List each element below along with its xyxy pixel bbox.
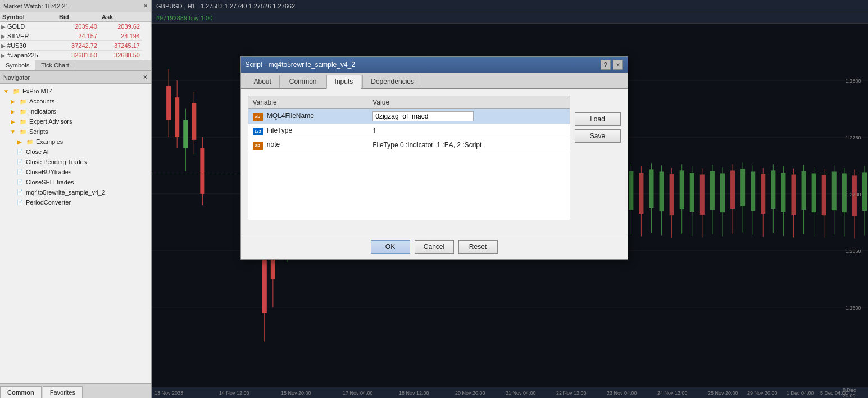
col-ask: Ask bbox=[99, 12, 142, 22]
script-dialog: Script - mq4to5rewrite_sample_v4_2 ? ✕ A… bbox=[240, 56, 628, 260]
folder-icon-img: 📁 bbox=[19, 128, 27, 135]
sidebar-item-period-converter[interactable]: 📄PeriodConverter bbox=[0, 197, 151, 207]
tab-common[interactable]: Common bbox=[0, 386, 42, 398]
svg-rect-66 bbox=[639, 173, 643, 214]
tab-common[interactable]: Common bbox=[281, 75, 325, 88]
type-icon-ab-2: ab bbox=[253, 142, 263, 150]
svg-rect-82 bbox=[720, 173, 725, 212]
col-variable: Variable bbox=[248, 96, 369, 109]
modal-layout: Variable Value ab MQL4FileName bbox=[248, 96, 621, 227]
sidebar-item-closesell-trades[interactable]: 📄CloseSELLtrades bbox=[0, 177, 151, 187]
folder-icon-img: 📁 bbox=[19, 117, 27, 125]
svg-rect-14 bbox=[200, 148, 204, 194]
left-panel: Market Watch: 18:42:21 ✕ Symbol Bid Ask … bbox=[0, 0, 152, 398]
modal-titlebar-buttons: ? ✕ bbox=[601, 60, 623, 70]
cancel-btn[interactable]: Cancel bbox=[415, 240, 454, 254]
nav-item-label: Examples bbox=[36, 138, 63, 145]
cell-bid: 24.157 bbox=[57, 31, 99, 41]
navigator-close-btn[interactable]: ✕ bbox=[143, 74, 148, 81]
svg-text:1.2750: 1.2750 bbox=[846, 135, 861, 141]
svg-rect-90 bbox=[761, 174, 765, 214]
modal-tabs: About Common Inputs Dependencies bbox=[241, 73, 628, 89]
timeline-label-10: 24 Nov 12:00 bbox=[657, 390, 688, 396]
chart-symbol-info: GBPUSD , H1 1.27583 1.27740 1.27526 1.27… bbox=[156, 3, 295, 10]
svg-rect-72 bbox=[670, 174, 674, 215]
ok-btn[interactable]: OK bbox=[371, 240, 410, 254]
tab-tick-chart[interactable]: Tick Chart bbox=[35, 60, 75, 70]
table-row[interactable]: ab MQL4FileName bbox=[248, 109, 570, 124]
folder-icon: ▼ bbox=[9, 128, 17, 135]
timeline-label-13: 1 Dec 04:00 bbox=[787, 390, 814, 396]
sidebar-item-scripts[interactable]: ▼ 📁Scripts bbox=[0, 126, 151, 137]
svg-rect-104 bbox=[832, 171, 837, 210]
folder-icon-img: 📁 bbox=[19, 97, 27, 105]
market-watch: Market Watch: 18:42:21 ✕ Symbol Bid Ask … bbox=[0, 0, 151, 71]
sidebar-item-indicators[interactable]: ▶ 📁Indicators bbox=[0, 106, 151, 116]
tab-favorites[interactable]: Favorites bbox=[43, 386, 83, 398]
script-icon: 📄 bbox=[16, 168, 24, 176]
timeline-label-7: 21 Nov 04:00 bbox=[506, 390, 536, 396]
tab-inputs[interactable]: Inputs bbox=[326, 75, 362, 89]
table-row[interactable]: ab note FileType 0 :Indicator, 1 :EA, 2 … bbox=[248, 138, 570, 152]
tab-symbols[interactable]: Symbols bbox=[0, 60, 35, 70]
tab-about[interactable]: About bbox=[246, 75, 280, 88]
params-table-empty-area bbox=[248, 152, 570, 220]
navigator: Navigator ✕ ▼ 📁FxPro MT4▶ 📁Accounts▶ 📁In… bbox=[0, 71, 151, 383]
table-row[interactable]: 123 FileType 1 bbox=[248, 124, 570, 138]
nav-item-label: Accounts bbox=[29, 98, 54, 105]
svg-rect-110 bbox=[862, 172, 867, 211]
market-watch-close-btn[interactable]: ✕ bbox=[143, 3, 148, 9]
svg-rect-100 bbox=[812, 173, 816, 212]
chart-top-bar: GBPUSD , H1 1.27583 1.27740 1.27526 1.27… bbox=[152, 0, 868, 12]
bottom-tabs: Common Favorites bbox=[0, 383, 151, 398]
nav-item-label: FxPro MT4 bbox=[22, 88, 53, 94]
table-row[interactable]: ▶ #Japan225 32681.50 32688.50 bbox=[0, 51, 151, 60]
row-value-filetype: 1 bbox=[368, 124, 569, 138]
modal-help-btn[interactable]: ? bbox=[601, 60, 611, 70]
nav-tree: ▼ 📁FxPro MT4▶ 📁Accounts▶ 📁Indicators▶ 📁E… bbox=[0, 84, 151, 383]
table-row[interactable]: ▶ GOLD 2039.40 2039.62 bbox=[0, 22, 151, 31]
timeline-label-3: 15 Nov 20:00 bbox=[281, 390, 311, 396]
col-scroll-spacer bbox=[142, 12, 151, 22]
sidebar-item-closebuy-trades[interactable]: 📄CloseBUYtrades bbox=[0, 167, 151, 177]
modal-table-area: Variable Value ab MQL4FileName bbox=[248, 96, 570, 227]
sidebar-item-fxpro[interactable]: ▼ 📁FxPro MT4 bbox=[0, 86, 151, 96]
market-watch-header: Market Watch: 18:42:21 ✕ bbox=[0, 0, 151, 12]
reset-btn[interactable]: Reset bbox=[458, 240, 498, 254]
timeline-label-11: 25 Nov 20:00 bbox=[708, 390, 738, 396]
modal-body: Variable Value ab MQL4FileName bbox=[241, 89, 628, 234]
sidebar-item-examples[interactable]: ▶ 📁Examples bbox=[0, 137, 151, 147]
modal-close-btn[interactable]: ✕ bbox=[613, 60, 623, 70]
folder-icon-img: 📁 bbox=[19, 107, 27, 115]
timeline-label-4: 17 Nov 04:00 bbox=[343, 390, 373, 396]
row-value-mql4filename[interactable] bbox=[368, 109, 569, 124]
svg-rect-70 bbox=[660, 171, 664, 211]
table-row[interactable]: ▶ #US30 37242.72 37245.17 bbox=[0, 41, 151, 51]
sidebar-item-close-all[interactable]: 📄Close All bbox=[0, 147, 151, 157]
sidebar-item-mq4to5[interactable]: 📄mq4to5rewrite_sample_v4_2 bbox=[0, 187, 151, 197]
chart-sep: , bbox=[184, 3, 186, 10]
nav-item-label: Indicators bbox=[29, 108, 56, 115]
modal-titlebar: Script - mq4to5rewrite_sample_v4_2 ? ✕ bbox=[241, 57, 628, 73]
nav-item-label: Close All bbox=[26, 148, 50, 155]
market-watch-title: Market Watch: 18:42:21 bbox=[3, 3, 69, 10]
table-row[interactable]: ▶ SILVER 24.157 24.194 bbox=[0, 31, 151, 41]
folder-icon: ▶ bbox=[16, 138, 24, 146]
folder-icon-img: 📁 bbox=[12, 87, 20, 95]
row-variable-note: ab note bbox=[248, 138, 369, 152]
script-icon: 📄 bbox=[16, 188, 24, 196]
timeline-label-6: 20 Nov 20:00 bbox=[455, 390, 485, 396]
svg-rect-64 bbox=[629, 171, 633, 210]
col-symbol: Symbol bbox=[0, 12, 57, 22]
sidebar-item-close-pending-trades[interactable]: 📄Close Pending Trades bbox=[0, 157, 151, 167]
sidebar-item-expert-advisors[interactable]: ▶ 📁Expert Advisors bbox=[0, 116, 151, 126]
modal-side-buttons: Load Save bbox=[570, 112, 621, 227]
tab-dependencies[interactable]: Dependencies bbox=[362, 75, 422, 88]
cell-ask: 37245.17 bbox=[99, 41, 142, 51]
save-btn[interactable]: Save bbox=[575, 129, 621, 143]
svg-rect-8 bbox=[175, 97, 179, 137]
nav-item-label: Close Pending Trades bbox=[26, 159, 87, 165]
mql4filename-input[interactable] bbox=[372, 111, 474, 121]
sidebar-item-accounts[interactable]: ▶ 📁Accounts bbox=[0, 96, 151, 106]
load-btn[interactable]: Load bbox=[575, 112, 621, 126]
